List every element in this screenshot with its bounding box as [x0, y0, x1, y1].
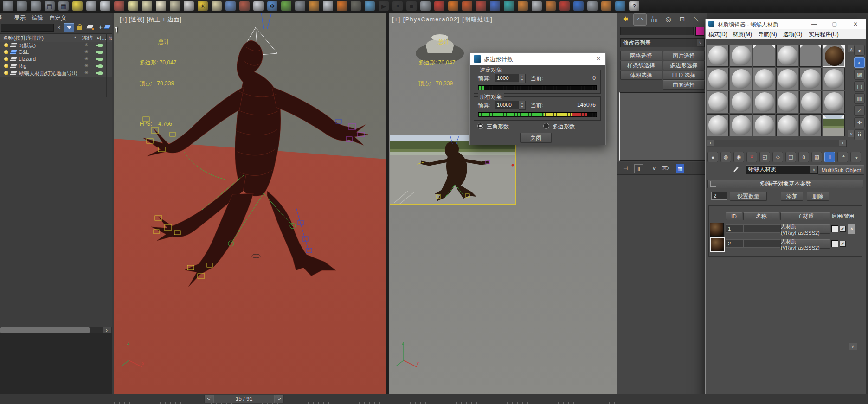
- tab-hierarchy[interactable]: 品: [648, 13, 661, 25]
- material-slot[interactable]: [707, 45, 729, 67]
- material-slot[interactable]: [823, 114, 845, 136]
- make-copy-icon[interactable]: ◱: [759, 152, 770, 162]
- layer-name[interactable]: 蜥蜴人材质灯光地面导出: [19, 70, 77, 77]
- flame-orange-icon[interactable]: [448, 1, 458, 11]
- patch-select-button[interactable]: 面片选择: [663, 51, 705, 60]
- configure-modifier-sets-icon[interactable]: ▦: [676, 164, 684, 173]
- camera-red-icon[interactable]: [114, 1, 124, 11]
- scatter-icon[interactable]: [225, 1, 236, 11]
- go-forward-sibling-icon[interactable]: ⬎: [850, 152, 861, 162]
- next-frame-button[interactable]: >: [275, 395, 284, 403]
- video-color-check-icon[interactable]: ▥: [854, 93, 865, 104]
- pin-stack-icon[interactable]: ⊣: [621, 164, 630, 173]
- blue-ball-icon[interactable]: [573, 1, 584, 11]
- material-slot[interactable]: [753, 68, 775, 90]
- material-slot[interactable]: [707, 68, 729, 90]
- object-color-swatch[interactable]: [695, 27, 704, 36]
- all-budget-input[interactable]: 10000: [495, 101, 522, 109]
- table-scroll-up-icon[interactable]: ∧: [848, 224, 855, 234]
- tab-create[interactable]: ✱: [619, 13, 632, 25]
- stop-icon[interactable]: ■: [406, 1, 417, 11]
- flame-red-icon[interactable]: [434, 1, 444, 11]
- swirl-icon[interactable]: [295, 1, 305, 11]
- material-slot[interactable]: [799, 91, 822, 113]
- explorer-hscrollbar[interactable]: ›: [0, 327, 112, 333]
- enable-checkbox[interactable]: ✔: [840, 241, 846, 247]
- viewport-label[interactable]: [+] [透视] [粘土 + 边面]: [120, 16, 181, 24]
- material-slot[interactable]: [823, 68, 845, 90]
- compound-spheres-icon[interactable]: [239, 1, 250, 11]
- sphere-cream-icon[interactable]: [142, 1, 152, 11]
- scroll-right-icon[interactable]: ›: [839, 140, 846, 146]
- volume-select-button[interactable]: 体积选择: [620, 71, 662, 80]
- tab-modify[interactable]: ◠: [633, 13, 647, 26]
- render-visible-icon[interactable]: [97, 71, 103, 75]
- material-slot[interactable]: [730, 91, 752, 113]
- go-to-parent-icon[interactable]: ⬏: [837, 152, 848, 162]
- freeze-icon[interactable]: ✳: [84, 56, 88, 61]
- fire-icon[interactable]: [337, 1, 347, 11]
- material-name-dropdown[interactable]: 蜥蜴人材质 ∨: [746, 165, 818, 174]
- orange-box-icon[interactable]: [309, 1, 319, 11]
- submaterial-preview-sphere[interactable]: [710, 223, 724, 237]
- backlight-icon[interactable]: ◐: [854, 57, 865, 68]
- render-visible-icon[interactable]: [97, 44, 103, 47]
- sort-by-submaterial-button[interactable]: 子材质: [780, 212, 830, 220]
- modifier-stack-list[interactable]: [619, 92, 706, 161]
- lock-icon[interactable]: [77, 24, 83, 30]
- minimize-icon[interactable]: —: [811, 21, 817, 27]
- window-titlebar[interactable]: 材质编辑器 - 蜥蜴人材质 — ▢ ✕: [706, 19, 866, 29]
- render-visible-icon[interactable]: [97, 64, 103, 68]
- close-icon[interactable]: ✕: [596, 55, 601, 62]
- tab-motion[interactable]: ◎: [662, 13, 675, 25]
- sun-icon[interactable]: ☀: [198, 1, 208, 11]
- menu-mode[interactable]: 模式(D): [708, 31, 727, 38]
- column-name[interactable]: 名称(按升序排序): [3, 35, 44, 42]
- layer-name[interactable]: Lizzard: [19, 56, 36, 62]
- menu-material[interactable]: 材质(M): [733, 31, 752, 38]
- sort-by-id-button[interactable]: ID: [726, 212, 742, 220]
- chevron-down-icon[interactable]: ∨: [697, 39, 704, 46]
- material-slot[interactable]: [776, 68, 798, 90]
- blue-pair-icon[interactable]: [490, 1, 500, 11]
- make-unique-icon[interactable]: ◇: [772, 152, 783, 162]
- put-to-library-icon[interactable]: ◫: [785, 152, 796, 162]
- spinner-icon[interactable]: ▲▼: [519, 101, 526, 110]
- add-layer-icon[interactable]: +: [97, 23, 104, 30]
- freeze-icon[interactable]: ✳: [84, 49, 88, 54]
- freeze-icon[interactable]: ✳: [84, 42, 88, 47]
- teal-helix-icon[interactable]: [504, 1, 514, 11]
- close-button[interactable]: 关闭: [520, 133, 552, 143]
- reset-map-icon[interactable]: ✕: [746, 152, 757, 162]
- wave-icon[interactable]: [323, 1, 333, 11]
- visibility-bulb-icon[interactable]: [4, 43, 8, 47]
- assign-material-icon[interactable]: ◉: [733, 152, 744, 162]
- sort-by-name-button[interactable]: 名称: [743, 212, 779, 220]
- sphere-glow-icon[interactable]: [156, 1, 166, 11]
- make-preview-icon[interactable]: ⟋: [854, 105, 865, 116]
- column-frozen[interactable]: 冻结: [82, 35, 93, 42]
- triangle-count-label[interactable]: 三角形数: [487, 123, 509, 131]
- poly-select-button[interactable]: 多边形选择: [663, 61, 705, 70]
- make-unique-icon[interactable]: ∨: [650, 164, 658, 173]
- polygon-count-label[interactable]: 多边形数: [553, 123, 575, 131]
- menu-select-clipped[interactable]: 择: [0, 14, 2, 22]
- enable-checkbox[interactable]: ✔: [840, 226, 846, 232]
- layer-name[interactable]: Rig: [19, 63, 26, 69]
- submaterial-name-field[interactable]: [743, 224, 780, 233]
- gear-icon[interactable]: [420, 1, 431, 11]
- material-slot[interactable]: [730, 68, 752, 90]
- multi-subobject-rollout-header[interactable]: - 多维/子对象基本参数: [707, 180, 863, 188]
- column-display[interactable]: 显: [108, 35, 112, 42]
- material-slot[interactable]: [823, 45, 845, 67]
- render-production-icon[interactable]: [546, 1, 556, 11]
- collapse-icon[interactable]: -: [710, 181, 716, 187]
- material-slot[interactable]: [799, 114, 822, 136]
- put-material-to-scene-icon[interactable]: ◍: [720, 152, 731, 162]
- orange-ball-icon[interactable]: [601, 1, 611, 11]
- camera-bw-icon[interactable]: [100, 1, 110, 11]
- timeline-ruler[interactable]: [114, 402, 617, 404]
- material-count-field[interactable]: 2: [711, 192, 727, 200]
- material-id-icon[interactable]: 0: [798, 152, 809, 162]
- slots-hscrollbar[interactable]: ‹ ›: [707, 140, 847, 147]
